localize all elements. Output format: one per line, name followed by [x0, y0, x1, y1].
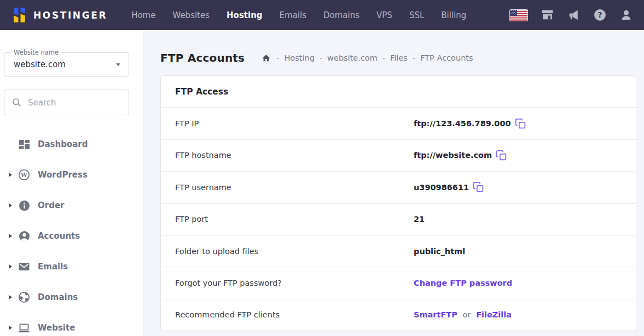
sidebar-item-domains[interactable]: Domains	[0, 282, 143, 313]
table-row: FTP hostname ftp://website.com	[161, 140, 636, 172]
sidebar-item-order[interactable]: Order	[0, 190, 143, 221]
copy-icon[interactable]	[496, 150, 507, 161]
page-header: FTP Accounts - Hosting - website.com - F…	[160, 50, 636, 66]
search-input[interactable]	[28, 98, 121, 108]
change-ftp-password-link[interactable]: Change FTP password	[414, 279, 512, 287]
search-icon	[11, 97, 22, 108]
sidebar-item-label: Accounts	[38, 231, 80, 241]
ftp-access-card: FTP Access FTP IP ftp://123.456.789.000 …	[160, 75, 636, 331]
storefront-icon[interactable]	[541, 8, 554, 22]
top-navigation: Home Websites Hosting Emails Domains VPS…	[131, 10, 466, 20]
ftp-port-value: 21	[414, 215, 425, 223]
copy-icon[interactable]	[515, 118, 526, 129]
row-label: FTP IP	[161, 119, 414, 128]
row-label: Recommended FTP clients	[161, 310, 414, 319]
ftp-ip-value: ftp://123.456.789.000	[414, 118, 526, 129]
website-selector[interactable]: Website name website.com	[4, 52, 129, 76]
table-row: FTP IP ftp://123.456.789.000	[161, 108, 636, 139]
website-selector-label: Website name	[11, 49, 61, 56]
topbar-icon-group: ?	[509, 8, 633, 22]
breadcrumb-separator: -	[276, 54, 279, 62]
row-label: FTP hostname	[161, 151, 414, 160]
header-divider	[253, 50, 253, 66]
us-flag-icon[interactable]	[509, 9, 528, 21]
sidebar-item-accounts[interactable]: Accounts	[0, 221, 143, 251]
sidebar-search	[4, 90, 129, 115]
laptop-icon	[18, 322, 30, 334]
chevron-right-icon	[9, 234, 12, 238]
card-title: FTP Access	[161, 76, 636, 108]
wordpress-icon: W	[18, 169, 30, 181]
table-row: Forgot your FTP password? Change FTP pas…	[161, 267, 636, 299]
envelope-icon	[18, 261, 30, 273]
page-title: FTP Accounts	[160, 51, 245, 64]
ftp-username-value: u390986611	[414, 181, 484, 193]
sidebar-item-wordpress[interactable]: W WordPress	[0, 160, 143, 190]
copy-icon[interactable]	[473, 181, 484, 193]
breadcrumb-separator: -	[382, 54, 385, 62]
row-label: FTP port	[161, 215, 414, 223]
upload-folder-value: public_html	[414, 247, 465, 256]
ftp-hostname-value: ftp://website.com	[414, 150, 507, 161]
nav-home[interactable]: Home	[131, 10, 155, 20]
account-icon[interactable]	[619, 8, 633, 22]
sidebar-item-emails[interactable]: Emails	[0, 251, 143, 282]
conjunction-text: or	[463, 310, 471, 319]
table-row: FTP username u390986611	[161, 172, 636, 203]
nav-hosting[interactable]: Hosting	[227, 10, 263, 20]
table-row: FTP port 21	[161, 204, 636, 235]
chevron-right-icon	[9, 326, 12, 330]
chevron-right-icon	[9, 264, 12, 269]
chevron-right-icon	[9, 295, 12, 299]
topbar: HOSTINGER Home Websites Hosting Emails D…	[0, 0, 644, 30]
sidebar-item-dashboard[interactable]: Dashboard	[0, 129, 143, 160]
globe-icon	[18, 291, 30, 303]
row-value: Change FTP password	[414, 279, 512, 287]
nav-domains[interactable]: Domains	[323, 10, 359, 20]
main-content: FTP Accounts - Hosting - website.com - F…	[143, 30, 644, 336]
row-value: SmartFTP or FileZilla	[414, 310, 512, 319]
help-icon[interactable]: ?	[593, 8, 607, 22]
hostinger-logo-icon	[13, 8, 27, 22]
nav-ssl[interactable]: SSL	[409, 10, 424, 20]
info-icon	[18, 199, 30, 211]
hostinger-logo[interactable]: HOSTINGER	[13, 8, 107, 22]
row-value-text: ftp://123.456.789.000	[414, 119, 511, 128]
sidebar-item-label: Order	[38, 201, 64, 210]
sidebar-item-label: Dashboard	[38, 139, 88, 149]
dashboard-grid-icon	[18, 138, 30, 150]
row-value-text: ftp://website.com	[414, 151, 492, 160]
row-value-text: u390986611	[414, 183, 469, 192]
breadcrumb-ftp-accounts: FTP Accounts	[420, 54, 473, 62]
breadcrumb: - Hosting - website.com - Files - FTP Ac…	[262, 54, 473, 63]
breadcrumb-files[interactable]: Files	[390, 54, 408, 62]
nav-vps[interactable]: VPS	[376, 10, 392, 20]
table-row: Recommended FTP clients SmartFTP or File…	[161, 299, 636, 331]
breadcrumb-separator: -	[320, 54, 322, 62]
nav-billing[interactable]: Billing	[441, 10, 466, 20]
sidebar-item-label: Emails	[38, 262, 68, 272]
filezilla-link[interactable]: FileZilla	[476, 310, 512, 319]
sidebar-item-label: Domains	[38, 292, 78, 302]
row-label: Forgot your FTP password?	[161, 279, 414, 287]
nav-websites[interactable]: Websites	[172, 10, 210, 20]
svg-text:W: W	[20, 172, 27, 178]
chevron-right-icon	[9, 203, 12, 208]
nav-emails[interactable]: Emails	[280, 10, 306, 20]
sidebar-item-website[interactable]: Website	[0, 313, 143, 336]
megaphone-icon[interactable]	[567, 8, 581, 22]
chevron-right-icon	[9, 173, 12, 177]
breadcrumb-hosting[interactable]: Hosting	[284, 54, 314, 62]
sidebar-item-label: Website	[38, 323, 75, 333]
chevron-down-icon	[116, 63, 120, 66]
brand-name: HOSTINGER	[33, 10, 107, 21]
account-circle-icon	[18, 230, 30, 242]
sidebar: Website name website.com	[0, 30, 143, 336]
breadcrumb-separator: -	[413, 54, 415, 62]
smartftp-link[interactable]: SmartFTP	[414, 310, 457, 319]
table-row: Folder to upload files public_html	[161, 235, 636, 267]
breadcrumb-website[interactable]: website.com	[327, 54, 378, 62]
svg-text:?: ?	[597, 10, 602, 19]
row-label: Folder to upload files	[161, 247, 414, 256]
home-icon[interactable]	[262, 54, 271, 63]
